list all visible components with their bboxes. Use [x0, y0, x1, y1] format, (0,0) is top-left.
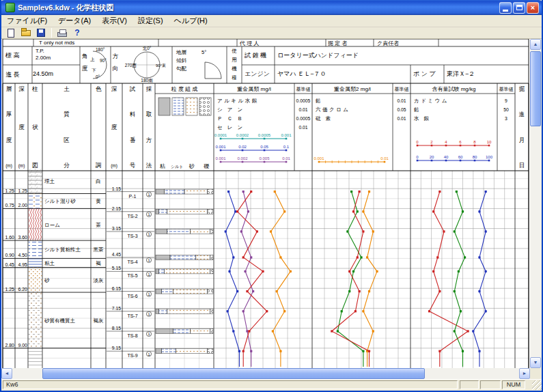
menu-item-view[interactable]: 表示(V): [96, 14, 133, 27]
legend-name: アルキル水銀: [217, 98, 259, 104]
sample-no: TS-8: [127, 333, 137, 338]
chart-point-lead: [350, 191, 352, 193]
chart-point-lead: [352, 270, 354, 272]
resize-grip[interactable]: [532, 380, 542, 390]
scroll-up-button[interactable]: ▲: [530, 39, 541, 50]
menu-item-help[interactable]: ヘルプ(H): [169, 14, 213, 27]
save-button[interactable]: [33, 27, 48, 38]
stratum-pattern: [29, 194, 42, 209]
chart-point-pcb: [274, 191, 276, 193]
chart-point-pcb: [272, 330, 274, 332]
legend-std: 9: [505, 98, 507, 103]
chart-point-pcb: [279, 350, 281, 352]
title-bar[interactable]: Samplev6.kdw - 化学柱状図 ×: [0, 0, 543, 15]
chart-point-mercury: [478, 210, 480, 212]
direction-label: 方: [113, 53, 119, 59]
chart-point-lead: [348, 290, 350, 292]
scale-tick-marker: [474, 160, 476, 162]
stratum-color: 黄: [96, 198, 101, 204]
help-icon: ?: [74, 28, 79, 38]
stratum-depth: 9.00: [18, 343, 27, 348]
open-file-button[interactable]: [18, 27, 33, 38]
chart-point-alkyl-mercury: [234, 210, 236, 212]
col-label-soil: 分: [64, 162, 70, 169]
help-button[interactable]: ?: [70, 27, 85, 38]
scale-tick-marker: [431, 160, 433, 162]
horizontal-scroll-thumb[interactable]: [42, 368, 425, 379]
chart-point-selenium: [248, 330, 250, 332]
stratum-soil-name: 砂質有機質土: [44, 318, 76, 324]
chart-point-cyanide: [252, 290, 254, 292]
scale-tick-marker: [264, 161, 266, 163]
scroll-down-button[interactable]: ▼: [530, 357, 541, 368]
menu-item-file[interactable]: ファイル(F): [1, 14, 53, 27]
scale-tick-label: 0.01: [380, 156, 389, 160]
scale-tick-marker: [286, 161, 288, 163]
col-label-sample-depth: 度: [111, 124, 117, 130]
chart-point-cyanide: [244, 270, 246, 272]
sample-no: TS-5: [127, 273, 137, 278]
col-label-column: 図: [32, 162, 38, 169]
chart-point-pcb: [279, 256, 281, 258]
grain-bar-segment: [161, 349, 176, 354]
menu-item-data[interactable]: データ(A): [53, 14, 96, 27]
col-label-sample-method: 法: [146, 162, 152, 169]
scroll-left-button[interactable]: ◄: [1, 368, 12, 379]
menu-item-settings[interactable]: 設定(S): [133, 14, 169, 27]
chart-point-alkyl-mercury: [228, 270, 230, 272]
panel-title: 重金属類 mg/l: [236, 86, 271, 92]
stratum-pattern: [29, 240, 42, 258]
grain-bar-segment: [190, 229, 210, 234]
length-value: 24.50m: [33, 70, 53, 77]
new-document-button[interactable]: [3, 27, 18, 38]
angle-mark: 180°: [96, 47, 105, 52]
surveyor-label: 掘 定 者: [328, 40, 347, 47]
print-button[interactable]: [55, 27, 70, 38]
panel-title: 含有量試験 mg/kg: [432, 86, 475, 92]
scale-tick-label: 20: [430, 155, 434, 159]
chart-point-arsenic: [331, 330, 333, 332]
grain-bar-segment: [156, 309, 158, 313]
horizontal-scrollbar[interactable]: ◄ ►: [1, 368, 530, 379]
scale-tick-marker: [417, 145, 419, 147]
machine-label: 使: [232, 48, 237, 54]
grain-axis-label: 礫: [204, 163, 209, 169]
grain-bar-segment: [165, 189, 184, 194]
sample-method: 1: [148, 352, 150, 356]
col-label-progress: 掘: [519, 85, 525, 92]
stratum-thickness: 0.45: [5, 262, 14, 267]
legend-name: 鉛: [413, 107, 421, 113]
angle-mark: 0°: [96, 74, 100, 79]
legend-name: シ ア ン: [217, 107, 245, 113]
scale-tick-marker: [431, 145, 433, 147]
col-label-progress: 進: [519, 111, 525, 117]
compass-south: 180南: [141, 78, 153, 83]
scale-tick-marker: [384, 161, 386, 163]
chart-point-selenium: [242, 256, 245, 258]
vertical-scrollbar[interactable]: ▲ ▼: [530, 39, 541, 368]
machine-label: 用: [232, 57, 237, 63]
chart-point-hexavalent-chromium: [366, 256, 368, 258]
stratum-pattern: [29, 169, 42, 194]
scale-tick-label: 4: [445, 140, 447, 144]
maximize-button[interactable]: [513, 2, 525, 14]
scale-tick-label: 60: [458, 155, 463, 159]
chart-point-cadmium: [432, 210, 434, 212]
chart-point-cyanide: [242, 191, 245, 193]
col-label-color: 色: [96, 85, 102, 92]
col-label-depth: 深: [18, 85, 25, 92]
scroll-right-button[interactable]: ►: [519, 368, 530, 379]
sample-no: P-1: [129, 194, 137, 199]
scale-tick-marker: [417, 160, 419, 162]
vertical-scroll-thumb[interactable]: [530, 51, 541, 126]
drawing-area[interactable]: 1.251.25埋土白0.752.00シルト混り砂黄1.603.60ローム茶0.…: [1, 39, 530, 368]
col-label-depth: (m): [18, 163, 25, 169]
minimize-button[interactable]: [499, 2, 512, 14]
scale-tick-label: 0.01: [282, 156, 290, 160]
grain-bar-segment: [158, 209, 167, 214]
sample-depth: 7.15: [112, 306, 121, 311]
legend-name: 砒 素: [315, 115, 333, 122]
elevation-value: 2.00m: [36, 55, 51, 61]
stratum-soil-name: シルト質粘性土: [44, 247, 81, 253]
close-button[interactable]: ×: [527, 2, 539, 14]
